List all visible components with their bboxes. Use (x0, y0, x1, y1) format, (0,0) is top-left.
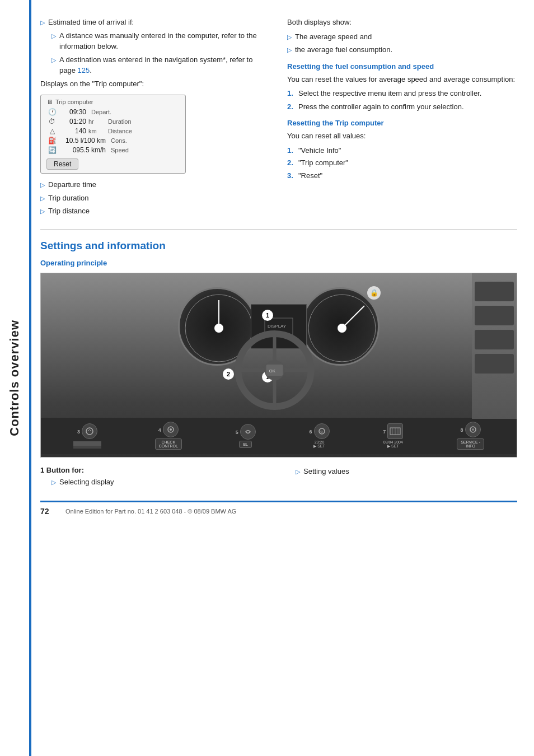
caption-right: ▷ Setting values (296, 466, 517, 490)
svg-text:OK: OK (269, 368, 276, 374)
tc-row-0: 🕐 09:30 Depart. (46, 108, 180, 116)
caption-num: 1 (40, 466, 44, 474)
arrow-icon: ▷ (51, 31, 56, 41)
item-text: Selecting display (59, 477, 114, 488)
num-label-1-top: 1 (262, 310, 273, 321)
tc-lbl: Cons. (111, 137, 127, 144)
sidebar-label: Controls overview (7, 320, 22, 436)
page-link[interactable]: 125 (78, 66, 90, 74)
ctrl-icon-5 (240, 424, 256, 440)
footer: 72 Online Edition for Part no. 01 41 2 6… (40, 501, 517, 520)
tc-lbl: Distance (108, 128, 132, 134)
list-item: 3. "Reset" (287, 170, 517, 181)
arrow-icon: ▷ (40, 207, 45, 216)
ctrl-icon-4 (163, 422, 179, 437)
blue-accent-line (29, 0, 31, 756)
arrow-icon: ▷ (40, 18, 45, 27)
tc-row-2: △ 140 km Distance (46, 127, 180, 135)
item-text: Trip duration (48, 193, 89, 204)
ctrl-4: 4 CHECKCONTROL (155, 422, 182, 450)
list-item: ▷ Setting values (296, 466, 517, 477)
caption-row: 1 Button for: ▷ Selecting display ▷ Sett… (40, 466, 517, 490)
tc-val: 01:20 (58, 118, 88, 125)
step-text: "Vehicle Info" (298, 145, 341, 156)
caption-bullets: ▷ Selecting display (51, 477, 262, 488)
list-item: ▷ Departure time (40, 179, 270, 190)
caption-label: Button for: (46, 466, 84, 474)
list-item: ▷ The average speed and (287, 31, 517, 43)
bl-btn: BL (239, 441, 252, 448)
tc-speed-icon: 🔄 (46, 146, 58, 154)
section-divider (40, 229, 517, 230)
tc-lbl: Speed (111, 147, 129, 153)
arrow-icon: ▷ (51, 55, 56, 65)
list-item: ▷ Trip duration (40, 193, 270, 204)
list-item: ▷ the average fuel consumption. (287, 44, 517, 55)
list-item: ▷ Trip distance (40, 206, 270, 217)
item-text: A distance was manually entered in the c… (59, 30, 270, 52)
item-text: the average fuel consumption. (295, 44, 392, 55)
left-column: ▷ Estimated time of arrival if: ▷ A dist… (40, 17, 270, 219)
list-item: ▷ Estimated time of arrival if: (40, 17, 270, 28)
dashboard-image: 🔒 DISPLAY 1 1 2 (40, 273, 517, 458)
svg-line-5 (342, 306, 364, 328)
tc-title: 🖥 Trip computer (46, 99, 180, 105)
tc-distance-icon: △ (46, 127, 58, 135)
ctrl-icon-6: ⊙ (314, 423, 330, 439)
tc-val: 10.5 l/100 km (58, 137, 108, 144)
dashboard-interior: 🔒 DISPLAY 1 1 2 (41, 273, 517, 457)
tc-reset-button[interactable]: Reset (46, 158, 78, 170)
svg-point-14 (86, 428, 93, 435)
step-text: "Reset" (298, 170, 322, 181)
caption-right-bullets: ▷ Setting values (296, 466, 517, 477)
bottom-bullets: ▷ Departure time ▷ Trip duration ▷ Trip … (40, 179, 270, 217)
arrow-icon: ▷ (51, 478, 56, 487)
ctrl-5: 5 BL (236, 424, 256, 448)
steering-wheel-area: OK (233, 328, 317, 412)
list-item: ▷ Selecting display (51, 477, 262, 488)
ctrl-6: 6 ⊙ 23:20▶ SET (310, 423, 330, 449)
item-text: Departure time (48, 179, 96, 190)
step-text: Press the controller again to confirm yo… (298, 101, 464, 113)
right-column: Both displays show: ▷ The average speed … (287, 17, 517, 219)
list-item: 1. "Vehicle Info" (287, 145, 517, 156)
tc-duration-icon: ⏱ (46, 118, 58, 125)
ctrl-8: 8 SERVICE -INFO (457, 422, 484, 450)
tc-val: 09:30 (58, 108, 88, 116)
sidebar: Controls overview (0, 0, 29, 756)
tc-val: 095.5 km/h (58, 146, 108, 154)
check-control-btn: CHECKCONTROL (155, 438, 182, 450)
tc-fuel-icon: ⛽ (46, 137, 58, 144)
ctrl-3: 3 (73, 423, 101, 449)
tc-unit: hr (88, 118, 105, 125)
trip-reset-body: You can reset all values: (287, 130, 517, 142)
page-number: 72 (40, 507, 57, 516)
footer-inner: 72 Online Edition for Part no. 01 41 2 6… (40, 507, 517, 516)
both-displays-label: Both displays show: (287, 17, 517, 28)
item-text: Estimated time of arrival if: (48, 17, 134, 28)
list-item: ▷ A distance was manually entered in the… (51, 30, 270, 52)
arrow-icon: ▷ (287, 45, 292, 55)
trip-reset-title: Resetting the Trip computer (287, 119, 517, 127)
svg-point-16 (170, 428, 172, 431)
list-item: 2. "Trip computer" (287, 157, 517, 169)
item-text: The average speed and (295, 31, 372, 43)
step-text: "Trip computer" (298, 157, 348, 169)
tc-row-1: ⏱ 01:20 hr Duration (46, 118, 180, 125)
nested-list: ▷ A distance was manually entered in the… (51, 30, 270, 76)
item-text: Trip distance (48, 206, 90, 217)
service-info-btn: SERVICE -INFO (457, 438, 484, 450)
tc-val: 140 (58, 127, 88, 135)
main-content: ▷ Estimated time of arrival if: ▷ A dist… (29, 0, 534, 537)
trip-reset-steps: 1. "Vehicle Info" 2. "Trip computer" 3. … (287, 145, 517, 181)
arrow-icon: ▷ (287, 32, 292, 42)
trip-computer-intro: Displays on the "Trip computer": (40, 78, 270, 90)
fuel-reset-steps: 1. Select the respective menu item and p… (287, 88, 517, 112)
top-two-col: ▷ Estimated time of arrival if: ▷ A dist… (40, 17, 517, 219)
step-text: Select the respective menu item and pres… (298, 88, 481, 99)
fuel-reset-body: You can reset the values for average spe… (287, 74, 517, 85)
ctrl-icon-3 (82, 423, 97, 439)
caption-num-1: 1 Button for: (40, 466, 262, 474)
tc-clock-icon: 🕐 (46, 108, 58, 116)
tc-row-3: ⛽ 10.5 l/100 km Cons. (46, 137, 180, 144)
